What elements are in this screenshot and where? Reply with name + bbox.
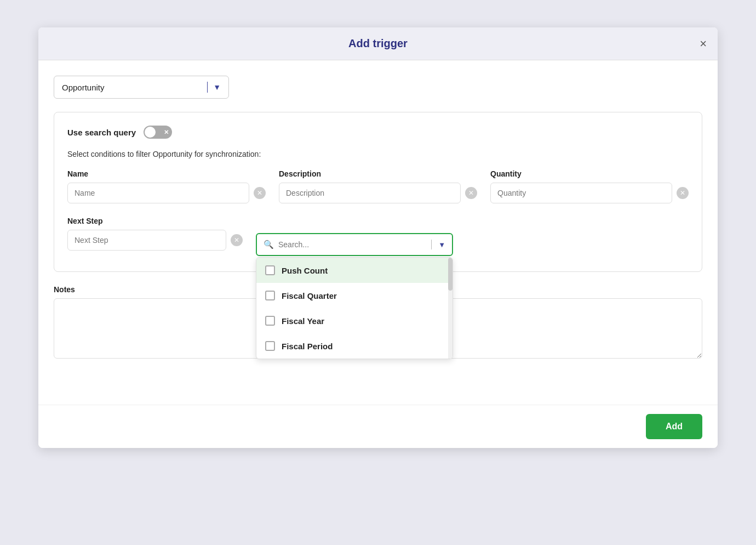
name-clear-icon: ✕: [257, 189, 262, 197]
fields-grid: Name ✕ Description ✕: [67, 169, 689, 203]
object-selector[interactable]: Opportunity ▼: [54, 76, 229, 99]
modal: Add trigger × Opportunity ▼ Use search q…: [38, 27, 718, 448]
modal-overlay: Add trigger × Opportunity ▼ Use search q…: [11, 11, 745, 545]
fiscal-year-checkbox[interactable]: [265, 316, 275, 326]
quantity-clear-icon: ✕: [680, 189, 685, 197]
quantity-label: Quantity: [490, 169, 689, 178]
name-field-group: Name ✕: [67, 169, 266, 203]
next-step-field-group: Next Step ✕: [67, 217, 243, 251]
search-chevron-icon: ▼: [438, 241, 445, 249]
next-step-field-row: ✕: [67, 230, 243, 251]
fiscal-period-checkbox[interactable]: [265, 341, 275, 351]
toggle-row: Use search query ✕: [67, 126, 689, 139]
close-button[interactable]: ×: [700, 38, 707, 50]
dropdown-list: Push Count Fiscal Quarter Fiscal Year: [256, 257, 453, 359]
name-label: Name: [67, 169, 266, 178]
description-clear-icon: ✕: [468, 189, 474, 197]
toggle-x-icon: ✕: [164, 129, 169, 136]
description-clear-button[interactable]: ✕: [465, 187, 477, 199]
chevron-down-icon: ▼: [213, 83, 221, 92]
fiscal-quarter-label: Fiscal Quarter: [282, 291, 337, 300]
toggle-knob: [145, 127, 156, 138]
quantity-field-row: ✕: [490, 183, 689, 203]
dropdown-scrollbar-thumb: [448, 258, 453, 291]
name-field-row: ✕: [67, 183, 266, 203]
fiscal-year-label: Fiscal Year: [282, 316, 324, 326]
quantity-clear-button[interactable]: ✕: [677, 187, 689, 199]
modal-body: Opportunity ▼ Use search query ✕ Select …: [38, 60, 718, 405]
fiscal-period-label: Fiscal Period: [282, 342, 333, 351]
dropdown-item-fiscal-quarter[interactable]: Fiscal Quarter: [256, 283, 453, 308]
push-count-checkbox[interactable]: [265, 265, 275, 275]
toggle-label: Use search query: [67, 128, 136, 137]
add-button[interactable]: Add: [646, 414, 702, 439]
dropdown-scrollbar: [448, 258, 453, 359]
quantity-input[interactable]: [490, 183, 672, 203]
next-step-section: Next Step ✕ 🔍: [67, 217, 689, 256]
next-step-clear-button[interactable]: ✕: [231, 234, 243, 246]
modal-header: Add trigger ×: [38, 27, 718, 60]
search-query-section: Use search query ✕ Select conditions to …: [54, 112, 702, 272]
selector-divider: [207, 82, 208, 93]
search-divider: [431, 240, 432, 249]
push-count-label: Push Count: [282, 266, 328, 275]
description-input[interactable]: [279, 183, 461, 203]
dropdown-item-push-count[interactable]: Push Count: [256, 258, 453, 283]
name-clear-button[interactable]: ✕: [254, 187, 266, 199]
description-label: Description: [279, 169, 477, 178]
object-selector-label: Opportunity: [62, 83, 202, 92]
search-dropdown-wrapper: 🔍 ▼ Push Count Fis: [256, 217, 689, 256]
search-icon: 🔍: [264, 240, 274, 249]
dropdown-item-fiscal-period[interactable]: Fiscal Period: [256, 333, 453, 359]
next-step-clear-icon: ✕: [234, 236, 239, 244]
description-field-group: Description ✕: [279, 169, 477, 203]
dropdown-item-fiscal-year[interactable]: Fiscal Year: [256, 308, 453, 333]
next-step-input[interactable]: [67, 230, 226, 251]
search-input[interactable]: [278, 240, 425, 249]
fiscal-quarter-checkbox[interactable]: [265, 291, 275, 300]
next-step-label: Next Step: [67, 217, 243, 225]
search-query-toggle[interactable]: ✕: [144, 126, 172, 139]
modal-title: Add trigger: [348, 37, 408, 50]
search-input-box[interactable]: 🔍 ▼: [256, 233, 453, 256]
name-input[interactable]: [67, 183, 249, 203]
modal-footer: Add: [38, 405, 718, 448]
quantity-field-group: Quantity ✕: [490, 169, 689, 203]
description-field-row: ✕: [279, 183, 477, 203]
filter-description: Select conditions to filter Opportunity …: [67, 150, 689, 158]
